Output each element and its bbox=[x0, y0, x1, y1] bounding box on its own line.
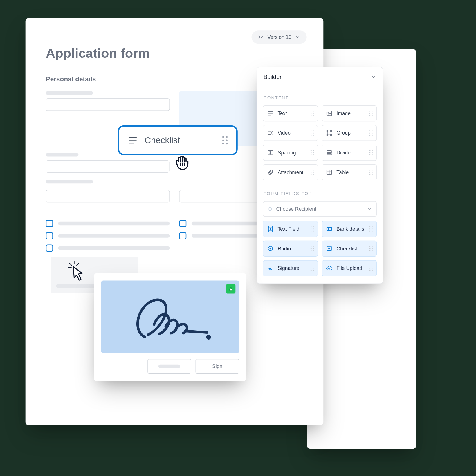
tile-label: Attachment bbox=[278, 169, 304, 175]
text-input[interactable] bbox=[46, 190, 170, 203]
svg-point-94 bbox=[313, 226, 314, 227]
text-input[interactable] bbox=[46, 160, 169, 173]
tile-label: Divider bbox=[336, 150, 352, 156]
signature-glyph bbox=[123, 290, 217, 344]
attachment-icon bbox=[267, 169, 274, 176]
field-label-placeholder bbox=[46, 91, 93, 95]
tile-label: Table bbox=[336, 169, 349, 175]
field-tile-radio[interactable]: Radio bbox=[263, 241, 318, 257]
svg-point-85 bbox=[369, 174, 371, 175]
version-selector[interactable]: Version 10 bbox=[251, 30, 307, 44]
svg-point-52 bbox=[369, 135, 371, 136]
svg-point-23 bbox=[313, 111, 314, 112]
content-tile-video[interactable]: Video bbox=[263, 125, 318, 141]
branch-icon bbox=[258, 34, 264, 40]
svg-point-22 bbox=[311, 111, 312, 112]
svg-point-49 bbox=[372, 130, 373, 131]
svg-point-50 bbox=[369, 132, 371, 134]
svg-point-12 bbox=[222, 140, 224, 141]
svg-point-98 bbox=[313, 231, 314, 232]
svg-point-67 bbox=[372, 150, 373, 151]
builder-title: Builder bbox=[264, 74, 282, 80]
svg-point-133 bbox=[372, 270, 373, 271]
field-tile-signature[interactable]: Signature bbox=[263, 260, 318, 276]
svg-point-75 bbox=[313, 172, 314, 173]
content-tile-text[interactable]: Text bbox=[263, 105, 318, 121]
upload-icon bbox=[326, 265, 333, 272]
svg-point-125 bbox=[311, 270, 312, 271]
content-tile-divider[interactable]: Divider bbox=[322, 145, 377, 161]
content-tile-group[interactable]: Group bbox=[322, 125, 377, 141]
drag-grip-icon bbox=[310, 150, 314, 156]
checkbox-icon bbox=[179, 220, 186, 227]
drag-grip-icon bbox=[310, 265, 314, 271]
svg-point-74 bbox=[311, 172, 312, 173]
svg-point-30 bbox=[369, 111, 371, 112]
svg-point-110 bbox=[311, 248, 312, 249]
content-tile-spacing[interactable]: Spacing bbox=[263, 145, 318, 161]
field-tile-bank-details[interactable]: Bank details bbox=[322, 221, 377, 237]
text-input[interactable] bbox=[46, 98, 170, 111]
secondary-button[interactable] bbox=[147, 359, 191, 374]
svg-point-129 bbox=[372, 266, 373, 267]
svg-point-95 bbox=[311, 228, 312, 230]
drag-grip-icon bbox=[369, 111, 373, 116]
text-field-icon bbox=[267, 226, 274, 232]
dragged-field-checklist[interactable]: Checklist bbox=[118, 125, 238, 155]
svg-point-119 bbox=[369, 250, 371, 251]
drag-grip-icon bbox=[369, 246, 373, 251]
field-tile-text-field[interactable]: Text Field bbox=[263, 221, 318, 237]
content-tile-image[interactable]: Image bbox=[322, 105, 377, 121]
drag-grip-icon bbox=[369, 169, 373, 175]
svg-point-15 bbox=[226, 143, 228, 145]
svg-point-32 bbox=[369, 113, 371, 114]
signature-icon bbox=[267, 265, 274, 272]
svg-point-11 bbox=[226, 136, 228, 138]
builder-subhead-form-fields: FORM FIELDS FOR bbox=[264, 191, 376, 196]
svg-point-66 bbox=[369, 150, 371, 151]
builder-toggle[interactable]: Builder bbox=[257, 67, 383, 87]
svg-point-82 bbox=[372, 170, 373, 171]
svg-point-33 bbox=[372, 113, 373, 114]
recipient-select[interactable]: Choose Recipient bbox=[263, 201, 377, 217]
drag-grip-icon bbox=[310, 111, 314, 116]
content-tile-table[interactable]: Table bbox=[322, 164, 377, 180]
signature-pad[interactable] bbox=[101, 281, 239, 353]
tile-label: File Upload bbox=[336, 265, 362, 271]
svg-point-53 bbox=[372, 135, 373, 136]
chevron-down-icon bbox=[367, 206, 372, 212]
drag-grip-icon bbox=[369, 265, 373, 271]
chevron-down-icon bbox=[371, 75, 376, 80]
content-tile-attachment[interactable]: Attachment bbox=[263, 164, 318, 180]
svg-point-93 bbox=[311, 226, 312, 227]
builder-panel: Builder CONTENT Text Image bbox=[257, 67, 383, 284]
drag-grip-icon bbox=[310, 130, 314, 136]
svg-point-121 bbox=[311, 266, 312, 267]
field-tile-checklist[interactable]: Checklist bbox=[322, 241, 377, 257]
tile-label: Group bbox=[336, 130, 351, 136]
svg-point-25 bbox=[313, 113, 314, 114]
tile-label: Text Field bbox=[278, 226, 300, 232]
svg-point-108 bbox=[311, 246, 312, 247]
svg-point-69 bbox=[372, 152, 373, 153]
builder-subhead-content: CONTENT bbox=[264, 95, 376, 100]
svg-point-24 bbox=[311, 113, 312, 114]
svg-point-118 bbox=[372, 248, 373, 249]
svg-point-84 bbox=[372, 172, 373, 173]
tile-label: Spacing bbox=[278, 150, 296, 156]
svg-point-13 bbox=[226, 140, 228, 141]
field-tile-file-upload[interactable]: File Upload bbox=[322, 260, 377, 276]
checklist-item[interactable] bbox=[46, 232, 170, 239]
checkbox-icon bbox=[179, 232, 186, 239]
svg-point-113 bbox=[313, 250, 314, 251]
svg-point-61 bbox=[311, 154, 312, 156]
svg-point-73 bbox=[313, 170, 314, 171]
svg-point-57 bbox=[311, 150, 312, 151]
svg-point-86 bbox=[372, 174, 373, 175]
svg-rect-36 bbox=[268, 131, 271, 135]
check-icon bbox=[326, 245, 333, 252]
svg-point-39 bbox=[311, 132, 312, 134]
sign-button[interactable]: Sign bbox=[196, 359, 239, 374]
checklist-item[interactable] bbox=[46, 245, 170, 252]
checklist-item[interactable] bbox=[46, 220, 170, 227]
